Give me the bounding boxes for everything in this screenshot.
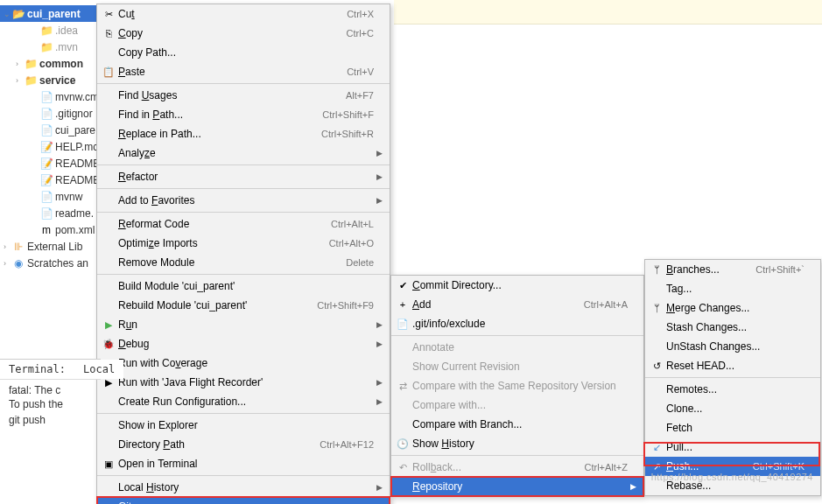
menu-label: Repository [411, 480, 628, 493]
menu-item-git[interactable]: Git▶ [97, 497, 390, 504]
menu-item-find-usages[interactable]: Find UsagesAlt+F7 [97, 86, 390, 105]
menu-item-paste[interactable]: 📋PasteCtrl+V [97, 62, 390, 81]
file-icon: m [40, 224, 53, 236]
menu-item-show-in-explorer[interactable]: Show in Explorer [97, 416, 390, 435]
menu-label: Reformat Code [116, 218, 317, 230]
menu-label: .git/info/exclude [411, 318, 628, 330]
menu-item-git-info-exclude[interactable]: 📄.git/info/exclude [391, 314, 643, 333]
menu-item-compare-with-branch[interactable]: Compare with Branch... [391, 415, 643, 434]
menu-item-annotate: Annotate [391, 338, 643, 357]
menu-item-run[interactable]: ▶Run▶ [97, 315, 390, 334]
separator [97, 83, 390, 84]
menu-item-rollback: ↶Rollback...Ctrl+Alt+Z [391, 458, 643, 477]
menu-item-fetch[interactable]: Fetch [645, 418, 820, 438]
menu-item-copy-path[interactable]: Copy Path... [97, 43, 390, 62]
rollback-icon: ↶ [395, 462, 411, 473]
shortcut: Ctrl+Alt+Z [570, 462, 628, 472]
folder-icon: 📂 [12, 8, 25, 20]
tree-label: service [37, 74, 75, 87]
menu-item-branches[interactable]: ᛘBranches...Ctrl+Shift+` [645, 260, 820, 279]
menu-item-directory-path[interactable]: Directory PathCtrl+Alt+F12 [97, 435, 390, 454]
menu-item-build-module-cui-parent[interactable]: Build Module 'cui_parent' [97, 276, 390, 296]
shortcut: Ctrl+Shift+` [741, 264, 804, 275]
menu-item-debug[interactable]: 🐞Debug▶ [97, 334, 390, 354]
menu-label: Remove Module [116, 256, 332, 269]
menu-item-local-history[interactable]: Local History▶ [97, 478, 390, 497]
file-icon: 📄 [40, 207, 53, 220]
mergechanges-icon: ᛘ [649, 303, 664, 313]
separator [645, 377, 820, 378]
branches-icon: ᛘ [649, 264, 664, 275]
terminal-line: fatal: The c [0, 383, 72, 397]
tree-label: pom.xml [53, 224, 95, 236]
menu-item-merge-changes[interactable]: ᛘMerge Changes... [645, 298, 820, 318]
menu-label: Copy Path... [116, 46, 374, 59]
copy-icon: ⎘ [101, 28, 116, 38]
menu-label: Annotate [411, 341, 628, 354]
chevron-down-icon: ⌄ [4, 10, 12, 18]
shortcut: Ctrl+X [333, 9, 374, 19]
menu-item-run-with-java-flight-recorder[interactable]: ▶Run with 'Java Flight Recorder'▶ [97, 373, 390, 392]
terminal-panel[interactable]: Terminal: Local [0, 359, 101, 504]
terminal-line: git push [0, 413, 72, 427]
submenu-arrow-icon: ▶ [374, 196, 383, 205]
tree-label: cui_parent [25, 8, 81, 20]
menu-item-optimize-imports[interactable]: Optimize ImportsCtrl+Alt+O [97, 234, 390, 253]
separator [97, 212, 390, 213]
file-icon: 📁 [25, 74, 37, 87]
menu-item-unstash-changes[interactable]: UnStash Changes... [645, 337, 820, 356]
menu-item-rebuild-module-cui-parent[interactable]: Rebuild Module 'cui_parent'Ctrl+Shift+F9 [97, 296, 390, 315]
menu-label: Tag... [664, 283, 804, 295]
menu-label: Add [411, 298, 570, 311]
menu-label: Cut [116, 8, 333, 20]
menu-item-add-to-favorites[interactable]: Add to Favorites▶ [97, 191, 390, 210]
menu-item-reformat-code[interactable]: Reformat CodeCtrl+Alt+L [97, 214, 390, 234]
shortcut: Ctrl+Shift+R [307, 129, 374, 139]
menu-item-analyze[interactable]: Analyze▶ [97, 144, 390, 163]
menu-item-stash-changes[interactable]: Stash Changes... [645, 318, 820, 337]
terminal-tab[interactable]: Local [74, 360, 123, 379]
shortcut: Ctrl+C [333, 28, 374, 38]
menu-label: Clone... [664, 402, 804, 415]
file-icon: 📄 [40, 91, 53, 103]
menu-item-commit-directory[interactable]: ✔Commit Directory... [391, 276, 643, 295]
menu-item-remove-module[interactable]: Remove ModuleDelete [97, 253, 390, 272]
file-icon: 📁 [40, 24, 53, 37]
menu-item-repository[interactable]: Repository▶ [391, 477, 643, 496]
menu-label: Compare with... [411, 399, 628, 411]
submenu-arrow-icon: ▶ [628, 482, 636, 491]
gitinfoexclude-icon: 📄 [395, 318, 411, 330]
commitdirectory-icon: ✔ [395, 280, 411, 291]
menu-item-open-in-terminal[interactable]: ▣Open in Terminal [97, 454, 390, 473]
menu-label: Create Run Configuration... [116, 396, 374, 408]
terminal-output: fatal: The cTo push the git push [0, 383, 72, 427]
menu-item-copy[interactable]: ⎘CopyCtrl+C [97, 24, 390, 43]
separator [391, 455, 643, 456]
menu-item-find-in-path[interactable]: Find in Path...Ctrl+Shift+F [97, 105, 390, 124]
menu-label: Fetch [664, 422, 804, 434]
menu-label: Add to Favorites [116, 194, 374, 206]
menu-item-tag[interactable]: Tag... [645, 279, 820, 298]
tree-label: .idea [53, 24, 78, 37]
submenu-arrow-icon: ▶ [374, 172, 383, 181]
menu-item-show-history[interactable]: 🕒Show History [391, 434, 643, 453]
menu-item-cut[interactable]: ✂CutCtrl+X [97, 4, 390, 24]
menu-item-reset-head[interactable]: ↺Reset HEAD... [645, 356, 820, 375]
add-icon: + [395, 299, 411, 310]
menu-item-remotes[interactable]: Remotes... [645, 380, 820, 399]
tree-label: Scratches an [25, 257, 88, 270]
menu-item-run-with-coverage[interactable]: ▶Run with Coverage [97, 354, 390, 373]
showhistory-icon: 🕒 [395, 438, 411, 450]
menu-label: Directory Path [116, 438, 306, 451]
menu-item-refactor[interactable]: Refactor▶ [97, 167, 390, 186]
menu-item-add[interactable]: +AddCtrl+Alt+A [391, 295, 643, 314]
file-icon: 📁 [40, 41, 53, 53]
menu-item-replace-in-path[interactable]: Replace in Path...Ctrl+Shift+R [97, 124, 390, 144]
menu-label: Merge Changes... [664, 302, 804, 314]
context-menu-git: ✔Commit Directory...+AddCtrl+Alt+A📄.git/… [390, 275, 644, 497]
menu-item-clone[interactable]: Clone... [645, 399, 820, 418]
menu-item-create-run-configuration[interactable]: Create Run Configuration...▶ [97, 392, 390, 411]
chevron-right-icon: › [16, 76, 25, 85]
file-icon: 📝 [40, 141, 53, 153]
tree-label: HELP.mc [53, 141, 98, 153]
